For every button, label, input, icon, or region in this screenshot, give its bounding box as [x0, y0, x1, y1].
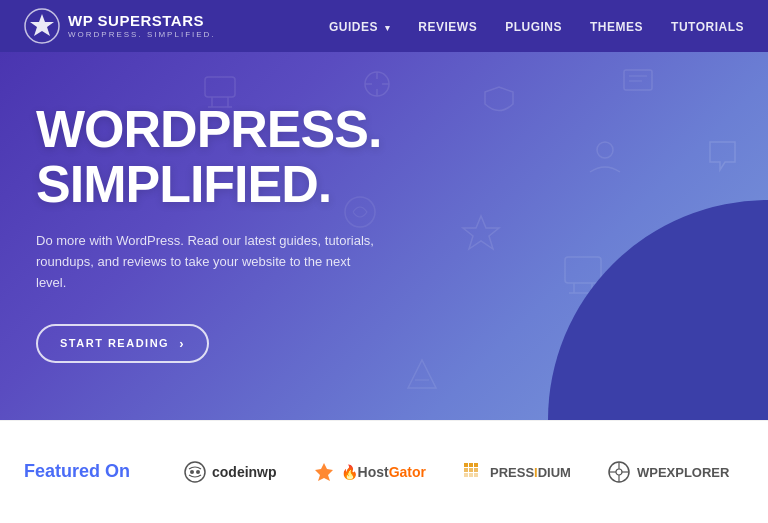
svg-point-35 — [616, 469, 622, 475]
svg-rect-28 — [464, 468, 468, 472]
logo-title: WP SUPERSTARS — [68, 13, 216, 30]
svg-rect-32 — [469, 473, 473, 477]
svg-marker-1 — [30, 14, 54, 36]
svg-rect-30 — [474, 468, 478, 472]
nav-item-tutorials[interactable]: TUTORIALS — [671, 17, 744, 35]
codeinwp-icon — [184, 461, 206, 483]
pressidium-label: PRESSIDIUM — [490, 465, 571, 480]
brand-pressidium[interactable]: PRESSIDIUM — [462, 461, 571, 483]
featured-label: Featured On — [24, 461, 144, 483]
hero-section: WORDPRESS. SIMPLIFIED. Do more with Word… — [0, 52, 768, 420]
hostgator-icon — [313, 461, 335, 483]
pressidium-icon — [462, 461, 484, 483]
hero-title-line2: SIMPLIFIED. — [36, 155, 331, 213]
hero-subtitle: Do more with WordPress. Read our latest … — [36, 231, 376, 293]
featured-on-section: Featured On codeinwp 🔥HostGator — [0, 420, 768, 523]
hostgator-label: 🔥HostGator — [341, 464, 426, 480]
svg-rect-26 — [469, 463, 473, 467]
logo[interactable]: WP SUPERSTARS WORDPRESS. SIMPLIFIED. — [24, 8, 216, 44]
nav-links: GUIDES ▾ REVIEWS PLUGINS THEMES TUTORIAL… — [329, 17, 744, 35]
wpexplorer-label: WPEXPLORER — [637, 465, 729, 480]
nav-link-guides[interactable]: GUIDES ▾ — [329, 20, 390, 34]
arrow-icon: › — [179, 336, 185, 351]
featured-label-text: Featured On — [24, 461, 130, 481]
svg-rect-31 — [464, 473, 468, 477]
cta-label: START READING — [60, 337, 169, 349]
nav-item-guides[interactable]: GUIDES ▾ — [329, 17, 390, 35]
hero-content: WORDPRESS. SIMPLIFIED. Do more with Word… — [0, 52, 768, 363]
nav-link-tutorials[interactable]: TUTORIALS — [671, 20, 744, 34]
svg-point-23 — [190, 470, 194, 474]
hero-title-line1: WORDPRESS. — [36, 100, 381, 158]
nav-link-reviews[interactable]: REVIEWS — [418, 20, 477, 34]
nav-item-plugins[interactable]: PLUGINS — [505, 17, 562, 35]
brand-wpexplorer[interactable]: WPEXPLORER — [607, 460, 729, 484]
svg-point-24 — [196, 470, 200, 474]
navbar: WP SUPERSTARS WORDPRESS. SIMPLIFIED. GUI… — [0, 0, 768, 52]
logo-text: WP SUPERSTARS WORDPRESS. SIMPLIFIED. — [68, 13, 216, 39]
nav-item-reviews[interactable]: REVIEWS — [418, 17, 477, 35]
wpexplorer-icon — [607, 460, 631, 484]
svg-rect-29 — [469, 468, 473, 472]
chevron-down-icon: ▾ — [385, 23, 391, 33]
svg-rect-27 — [474, 463, 478, 467]
logo-icon — [24, 8, 60, 44]
svg-point-22 — [185, 462, 205, 482]
hero-title: WORDPRESS. SIMPLIFIED. — [36, 102, 732, 211]
codeinwp-label: codeinwp — [212, 464, 277, 480]
logo-subtitle: WORDPRESS. SIMPLIFIED. — [68, 30, 216, 39]
svg-rect-33 — [474, 473, 478, 477]
nav-item-themes[interactable]: THEMES — [590, 17, 643, 35]
nav-link-themes[interactable]: THEMES — [590, 20, 643, 34]
brand-hostgator[interactable]: 🔥HostGator — [313, 461, 426, 483]
brand-codeinwp[interactable]: codeinwp — [184, 461, 277, 483]
svg-rect-25 — [464, 463, 468, 467]
start-reading-button[interactable]: START READING › — [36, 324, 209, 363]
nav-link-plugins[interactable]: PLUGINS — [505, 20, 562, 34]
featured-logos: codeinwp 🔥HostGator PRESSIDIUM — [184, 460, 744, 484]
